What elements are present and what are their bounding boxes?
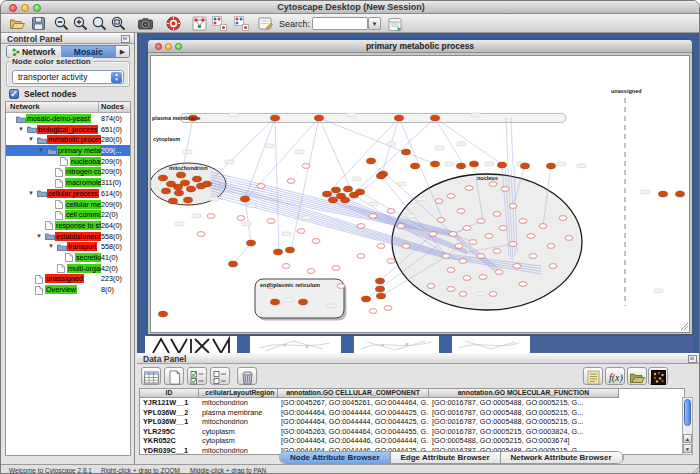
tree-row[interactable]: ▼cellular process614(0) bbox=[6, 188, 130, 199]
tree-item-label[interactable]: multi-organism pro bbox=[67, 264, 101, 273]
attribute-matrix-button[interactable] bbox=[648, 367, 668, 385]
open-file-button[interactable] bbox=[9, 15, 27, 33]
column-header[interactable]: annotation.GO MOLECULAR_FUNCTION bbox=[429, 389, 619, 398]
tree-item-label[interactable]: biological_process bbox=[37, 125, 98, 134]
table-row[interactable]: YKR052Ccytoplasm[GO:0044464, GO:0044446,… bbox=[140, 436, 684, 446]
tree-item-label[interactable]: cellular metabol bbox=[65, 200, 101, 209]
tree-item-label[interactable]: mosaic-demo-yeast bbox=[26, 114, 91, 123]
zoom-selected-button[interactable] bbox=[91, 15, 109, 33]
tree-row[interactable]: mosaic-demo-yeast874(0) bbox=[6, 113, 130, 124]
zoom-in-button[interactable] bbox=[72, 15, 90, 33]
expand-arrow-icon[interactable]: ▼ bbox=[18, 126, 24, 133]
new-attribute-icon bbox=[166, 369, 183, 386]
tree-item-label[interactable]: nucleobase- bbox=[70, 157, 101, 166]
search-dropdown-arrow[interactable]: ▼ bbox=[368, 17, 381, 30]
help-button[interactable] bbox=[165, 15, 183, 33]
network-view-window[interactable]: primary metabolic process plasma membran… bbox=[147, 39, 693, 335]
tab-node-attribute-browser[interactable]: Node Attribute Browser bbox=[280, 452, 391, 463]
table-row[interactable]: YJR121W__1mitochondrion[GO:0045267, GO:0… bbox=[140, 398, 684, 408]
resize-grip[interactable] bbox=[691, 467, 700, 474]
snapshot-button[interactable] bbox=[137, 15, 155, 33]
tree-row[interactable]: cell communicat22(0) bbox=[6, 209, 130, 220]
scrollbar-thumb[interactable] bbox=[684, 399, 691, 426]
tree-item-label[interactable]: Overview bbox=[45, 285, 77, 294]
tree-row[interactable]: nitrogen compo209(0) bbox=[6, 166, 130, 177]
expand-arrow-icon[interactable]: ▼ bbox=[28, 136, 34, 143]
network-window-titlebar[interactable]: primary metabolic process bbox=[148, 40, 692, 53]
file-icon bbox=[57, 264, 65, 273]
attribute-table-button[interactable] bbox=[141, 367, 161, 385]
new-attribute-button[interactable] bbox=[164, 367, 184, 385]
tab-network-attribute-browser[interactable]: Network Attribute Browser bbox=[501, 452, 623, 463]
tree-header: Network Nodes bbox=[6, 102, 130, 113]
unselect-attributes-button[interactable] bbox=[210, 367, 230, 385]
tree-row[interactable]: ▼primary metabo209(... bbox=[6, 145, 130, 156]
tree-item-label[interactable]: cell communicat bbox=[65, 210, 101, 219]
table-row[interactable]: YPL036W__2plasma membrane[GO:0044464, GO… bbox=[140, 408, 684, 418]
tree-item-label[interactable]: response to stimul bbox=[55, 221, 101, 230]
tab-network[interactable]: Network bbox=[7, 46, 62, 57]
table-scrollbar[interactable]: ▲ ▼ bbox=[682, 397, 693, 455]
tree-row[interactable]: multi-organism pro42(0) bbox=[6, 263, 130, 274]
table-row[interactable]: YPL036W__1mitochondrion[GO:0044464, GO:0… bbox=[140, 417, 684, 427]
expand-arrow-icon[interactable]: ▼ bbox=[28, 190, 34, 197]
tree-column-network[interactable]: Network bbox=[6, 102, 99, 112]
tree-row[interactable]: nucleobase-209(0) bbox=[6, 156, 130, 167]
tree-row[interactable]: response to stimul264(0) bbox=[6, 220, 130, 231]
scroll-down-button[interactable]: ▼ bbox=[683, 444, 692, 453]
column-header[interactable]: _cellularLayoutRegion bbox=[199, 389, 278, 398]
zoom-out-button[interactable] bbox=[53, 15, 71, 33]
background-windows[interactable] bbox=[145, 336, 693, 353]
tree-row[interactable]: ▼metabolic process280(0) bbox=[6, 134, 130, 145]
expand-arrow-icon[interactable]: ▼ bbox=[48, 243, 54, 250]
select-attributes-button[interactable] bbox=[187, 367, 207, 385]
tree-item-label[interactable]: establishment of lo bbox=[55, 232, 101, 241]
tree-item-label[interactable]: unassigned bbox=[45, 274, 84, 283]
search-options-button[interactable] bbox=[387, 16, 405, 34]
save-button[interactable] bbox=[30, 15, 48, 33]
layout-paste-button[interactable] bbox=[233, 15, 251, 33]
tree-row[interactable]: cellular metabol209(0) bbox=[6, 199, 130, 210]
zoom-fit-button[interactable] bbox=[110, 15, 128, 33]
function-builder-button[interactable]: f(x) bbox=[605, 367, 625, 385]
tree-item-label[interactable]: macromolecule bbox=[65, 178, 101, 187]
tree-item-label[interactable]: primary metabo bbox=[57, 146, 101, 155]
float-panel-icon[interactable] bbox=[121, 35, 130, 43]
attribute-report-button[interactable] bbox=[583, 367, 603, 385]
network-view-button[interactable] bbox=[191, 15, 209, 33]
delete-attribute-button[interactable] bbox=[237, 367, 257, 385]
scroll-up-button[interactable]: ▲ bbox=[683, 434, 692, 443]
layout-copy-button[interactable] bbox=[211, 15, 229, 33]
tab-overflow-arrow[interactable]: ▶ bbox=[116, 46, 129, 57]
tree-item-label[interactable]: metabolic process bbox=[47, 135, 101, 144]
tree-row[interactable]: secretion41(0) bbox=[6, 252, 130, 263]
tree-row[interactable]: macromolecule311(0) bbox=[6, 177, 130, 188]
tree-row[interactable]: ▼transport558(0) bbox=[6, 241, 130, 252]
svg-text:unassigned: unassigned bbox=[611, 88, 642, 94]
search-input[interactable] bbox=[312, 17, 368, 30]
column-header[interactable]: annotation.GO CELLULAR_COMPONENT bbox=[278, 389, 429, 398]
title-bar[interactable]: Cytoscape Desktop (New Session) bbox=[1, 1, 700, 14]
tab-edge-attribute-browser[interactable]: Edge Attribute Browser bbox=[391, 452, 501, 463]
select-nodes-checkbox[interactable]: ✓ Select nodes bbox=[9, 89, 76, 101]
tree-row[interactable]: ▼biological_process651(0) bbox=[6, 124, 130, 135]
expand-arrow-icon[interactable]: ▼ bbox=[38, 147, 44, 154]
tab-mosaic[interactable]: Mosaic bbox=[62, 46, 117, 57]
column-header[interactable]: ID bbox=[140, 389, 199, 398]
tree-row[interactable]: Overview8(0) bbox=[6, 284, 130, 295]
tree-item-label[interactable]: cellular process bbox=[47, 189, 99, 198]
tree-item-label[interactable]: nitrogen compo bbox=[65, 167, 101, 176]
tree-column-nodes[interactable]: Nodes bbox=[99, 102, 124, 112]
tree-item-label[interactable]: transport bbox=[67, 242, 97, 251]
network-canvas[interactable]: plasma membranecytoplasmmitochondrionnuc… bbox=[150, 55, 690, 333]
import-attributes-button[interactable] bbox=[627, 367, 647, 385]
attribute-table-header: ID_cellularLayoutRegionannotation.GO CEL… bbox=[140, 389, 684, 398]
annotation-button[interactable] bbox=[257, 15, 275, 33]
tree-row[interactable]: unassigned223(0) bbox=[6, 273, 130, 284]
table-row[interactable]: YLR295Ccytoplasm[GO:0045263, GO:0044464,… bbox=[140, 427, 684, 437]
node-color-dropdown[interactable]: transporter activity ▲▼ bbox=[12, 70, 124, 84]
float-panel-icon[interactable] bbox=[688, 355, 697, 363]
expand-arrow-icon[interactable]: ▼ bbox=[36, 233, 42, 240]
tree-row[interactable]: ▼establishment of lo558(0) bbox=[6, 231, 130, 242]
tree-item-label[interactable]: secretion bbox=[75, 253, 101, 262]
